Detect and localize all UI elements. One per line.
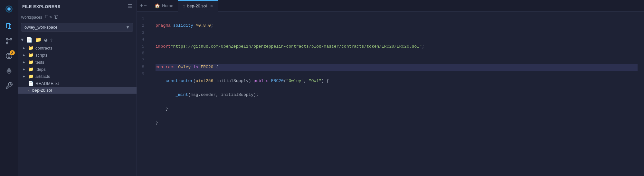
line-numbers: 1 2 3 4 5 6 7 8 9 [137, 12, 149, 176]
folder-icon: 📁 [28, 52, 33, 58]
list-item[interactable]: ► 📁 artifacts [18, 73, 137, 80]
folder-icon: 📁 [28, 60, 33, 65]
list-item[interactable]: ► ○ bep-20.sol [18, 87, 137, 94]
svg-point-5 [6, 42, 8, 44]
zoom-controls: + − [137, 3, 150, 9]
tab-bep20[interactable]: ○ bep-20.sol ✕ [178, 0, 218, 12]
folder-name: scripts [35, 53, 48, 58]
tab-close-button[interactable]: ✕ [210, 4, 213, 8]
file-name: bep-20.sol [32, 88, 52, 93]
file-explorer-panel: FILE EXPLORERS ☰ Workspaces □ ✎ 🗑 owley_… [18, 0, 137, 176]
chevron-right-icon: ► [22, 74, 26, 78]
logo-icon[interactable] [3, 3, 15, 15]
folder-name: artifacts [35, 74, 50, 79]
collapse-icon[interactable]: ☰ [128, 3, 132, 10]
folder-name: .deps [35, 67, 46, 72]
tree-collapse-icon[interactable]: ▼ [21, 37, 24, 42]
tab-bep20-label: bep-20.sol [187, 4, 207, 8]
svg-point-2 [8, 8, 10, 10]
chevron-down-icon: ▼ [126, 25, 130, 30]
file-icon: 📄 [28, 81, 33, 86]
sidebar-title: FILE EXPLORERS [22, 4, 61, 9]
list-item[interactable]: ► 📁 .deps [18, 66, 137, 73]
svg-point-4 [10, 39, 12, 40]
file-tree: ▼ 📄 📁 ◕ ⇧ ► 📁 contracts ► 📁 scripts ► 📁 … [18, 34, 137, 176]
sol-file-icon: ○ [28, 88, 30, 93]
new-file-icon[interactable]: 📄 [26, 37, 33, 43]
network-icon[interactable]: 2 [3, 50, 15, 62]
workspace-selector[interactable]: owley_workspace ▼ [21, 23, 133, 32]
code-editor[interactable]: 1 2 3 4 5 6 7 8 9 pragma solidity ^0.8.0… [137, 12, 644, 176]
github-icon[interactable]: ◕ [44, 37, 47, 43]
workspaces-label: Workspaces [21, 15, 42, 20]
main-editor: + − 🏠 Home ○ bep-20.sol ✕ 1 2 3 4 5 6 7 … [137, 0, 644, 176]
tab-home[interactable]: 🏠 Home [150, 0, 178, 12]
tab-home-label: Home [162, 3, 173, 8]
list-item[interactable]: ► 📄 README.txt [18, 80, 137, 87]
folder-name: contracts [35, 46, 52, 51]
zoom-out-button[interactable]: − [144, 3, 147, 9]
folder-name: tests [35, 60, 44, 65]
ethereum-icon[interactable] [3, 64, 15, 77]
activity-bar: 2 [0, 0, 18, 176]
files-icon[interactable] [3, 20, 15, 33]
file-tree-toolbar: ▼ 📄 📁 ◕ ⇧ [18, 35, 137, 44]
wrench-icon[interactable] [3, 79, 15, 92]
workspace-name: owley_workspace [24, 25, 58, 30]
workspaces-bar: Workspaces □ ✎ 🗑 [18, 13, 137, 22]
file-name: README.txt [35, 81, 59, 86]
network-badge: 2 [10, 50, 15, 55]
sidebar-header: FILE EXPLORERS ☰ [18, 0, 137, 13]
home-icon: 🏠 [155, 3, 160, 8]
folder-icon: 📁 [28, 67, 33, 72]
sol-tab-icon: ○ [183, 4, 185, 9]
svg-rect-3 [6, 23, 10, 28]
chevron-right-icon: ► [22, 53, 26, 57]
delete-workspace-icon[interactable]: 🗑 [54, 14, 59, 20]
git-icon[interactable] [3, 35, 15, 48]
new-folder-icon[interactable]: 📁 [35, 37, 42, 43]
list-item[interactable]: ► 📁 tests [18, 59, 137, 66]
upload-icon[interactable]: ⇧ [50, 37, 53, 43]
code-content[interactable]: pragma solidity ^0.8.0; import"https://g… [149, 12, 644, 176]
chevron-right-icon: ► [22, 46, 26, 50]
list-item[interactable]: ► 📁 scripts [18, 51, 137, 59]
svg-point-6 [6, 39, 8, 40]
add-workspace-icon[interactable]: □ [45, 14, 48, 20]
workspaces-icons: □ ✎ 🗑 [45, 14, 59, 20]
edit-workspace-icon[interactable]: ✎ [50, 14, 52, 20]
svg-marker-8 [6, 68, 12, 72]
sidebar-header-icons: ☰ [128, 3, 132, 10]
chevron-right-icon: ► [22, 60, 26, 64]
list-item[interactable]: ► 📁 contracts [18, 44, 137, 51]
folder-icon: 📁 [28, 45, 33, 51]
zoom-in-button[interactable]: + [140, 3, 143, 9]
chevron-right-icon: ► [22, 67, 26, 71]
folder-icon: 📁 [28, 74, 33, 79]
tab-bar: + − 🏠 Home ○ bep-20.sol ✕ [137, 0, 644, 12]
